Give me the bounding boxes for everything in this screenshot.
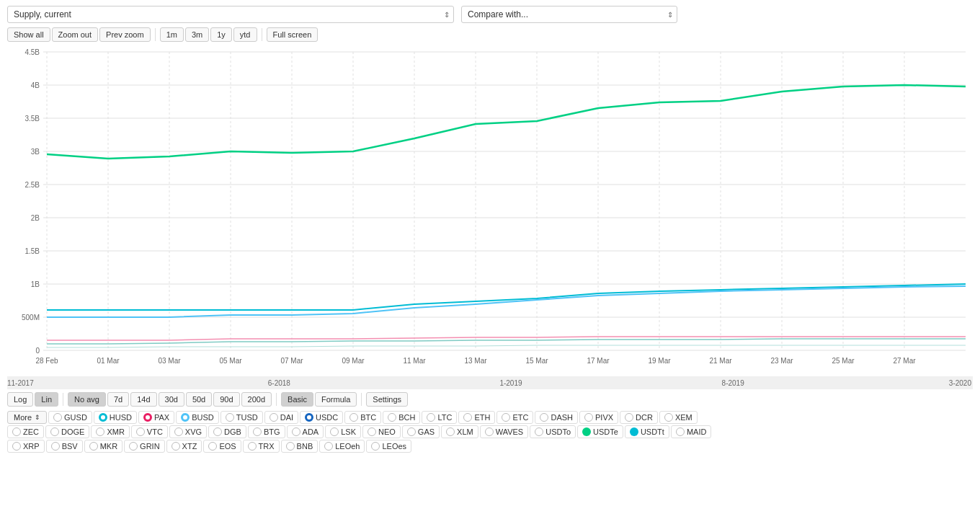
svg-text:1.5B: 1.5B xyxy=(24,247,40,255)
coin-item-LTC[interactable]: LTC xyxy=(422,411,457,424)
coin-item-XRP[interactable]: XRP xyxy=(7,440,45,453)
coin-item-DOGE[interactable]: DOGE xyxy=(45,425,89,438)
coin-label-MAID: MAID xyxy=(687,427,707,436)
coin-item-USDTt[interactable]: USDTt xyxy=(625,425,669,438)
more-button[interactable]: More⇕ xyxy=(7,411,47,424)
coin-item-PAX[interactable]: PAX xyxy=(138,411,174,424)
coin-item-GAS[interactable]: GAS xyxy=(402,425,440,438)
coin-item-HUSD[interactable]: HUSD xyxy=(94,411,137,424)
fullscreen-button[interactable]: Full screen xyxy=(267,27,318,42)
coin-item-EOS[interactable]: EOS xyxy=(203,440,241,453)
3m-button[interactable]: 3m xyxy=(185,27,209,42)
coin-item-XMR[interactable]: XMR xyxy=(91,425,129,438)
coin-item-BTG[interactable]: BTG xyxy=(248,425,285,438)
coin-radio-NEO xyxy=(368,427,376,436)
coin-radio-GUSD xyxy=(53,413,62,422)
90d-button[interactable]: 90d xyxy=(213,392,239,407)
coin-label-VTC: VTC xyxy=(147,427,163,436)
coin-item-XVG[interactable]: XVG xyxy=(169,425,207,438)
coin-radio-DGB xyxy=(213,427,222,436)
coin-item-USDC[interactable]: USDC xyxy=(300,411,343,424)
zoom-out-button[interactable]: Zoom out xyxy=(52,27,98,42)
coin-label-XRP: XRP xyxy=(23,442,40,451)
coin-item-USDTe[interactable]: USDTe xyxy=(577,425,623,438)
coin-item-VTC[interactable]: VTC xyxy=(131,425,168,438)
coin-radio-MAID xyxy=(676,427,685,436)
coin-label-GUSD: GUSD xyxy=(64,413,87,422)
coin-item-TRX[interactable]: TRX xyxy=(243,440,280,453)
lin-button[interactable]: Lin xyxy=(35,392,58,407)
svg-text:13 Mar: 13 Mar xyxy=(464,357,487,365)
coin-label-HUSD: HUSD xyxy=(110,413,132,422)
coin-item-MAID[interactable]: MAID xyxy=(671,425,712,438)
separator-avg xyxy=(276,393,277,406)
coin-item-XLM[interactable]: XLM xyxy=(441,425,478,438)
coin-item-PIVX[interactable]: PIVX xyxy=(579,411,618,424)
coin-item-ADA[interactable]: ADA xyxy=(287,425,324,438)
svg-text:09 Mar: 09 Mar xyxy=(342,357,365,365)
coin-radio-EOS xyxy=(208,442,217,451)
coin-item-LEOes[interactable]: LEOes xyxy=(366,440,411,453)
coin-item-LEOeh[interactable]: LEOeh xyxy=(319,440,365,453)
coin-item-DAI[interactable]: DAI xyxy=(264,411,298,424)
coin-item-BSV[interactable]: BSV xyxy=(46,440,83,453)
coin-item-DGB[interactable]: DGB xyxy=(208,425,246,438)
svg-text:19 Mar: 19 Mar xyxy=(648,357,671,365)
svg-text:21 Mar: 21 Mar xyxy=(709,357,732,365)
svg-text:11 Mar: 11 Mar xyxy=(403,357,426,365)
svg-text:07 Mar: 07 Mar xyxy=(280,357,303,365)
coin-radio-ETH xyxy=(463,413,472,422)
svg-text:1B: 1B xyxy=(31,280,40,288)
1m-button[interactable]: 1m xyxy=(160,27,184,42)
coin-label-LTC: LTC xyxy=(437,413,452,422)
200d-button[interactable]: 200d xyxy=(241,392,272,407)
coin-item-XEM[interactable]: XEM xyxy=(659,411,698,424)
formula-button[interactable]: Formula xyxy=(315,392,357,407)
coin-item-WAVES[interactable]: WAVES xyxy=(480,425,529,438)
ytd-button[interactable]: ytd xyxy=(233,27,257,42)
coin-row-0: More⇕GUSDHUSDPAXBUSDTUSDDAIUSDCBTCBCHLTC… xyxy=(7,411,973,424)
coin-item-ZEC[interactable]: ZEC xyxy=(7,425,44,438)
coin-item-DASH[interactable]: DASH xyxy=(535,411,578,424)
coin-item-MKR[interactable]: MKR xyxy=(84,440,122,453)
coin-item-BNB[interactable]: BNB xyxy=(281,440,318,453)
coin-radio-HUSD xyxy=(99,413,107,422)
coin-item-USDTo[interactable]: USDTo xyxy=(530,425,576,438)
coin-item-GUSD[interactable]: GUSD xyxy=(48,411,92,424)
coin-radio-USDTt xyxy=(630,427,638,436)
coin-item-ETC[interactable]: ETC xyxy=(496,411,533,424)
50d-button[interactable]: 50d xyxy=(186,392,212,407)
log-button[interactable]: Log xyxy=(7,392,33,407)
coin-radio-ADA xyxy=(292,427,300,436)
coin-item-XTZ[interactable]: XTZ xyxy=(166,440,202,453)
coin-item-GRIN[interactable]: GRIN xyxy=(124,440,165,453)
1y-button[interactable]: 1y xyxy=(210,27,232,42)
coin-item-LSK[interactable]: LSK xyxy=(325,425,361,438)
coin-item-BCH[interactable]: BCH xyxy=(383,411,420,424)
coin-item-NEO[interactable]: NEO xyxy=(362,425,401,438)
no-avg-button[interactable]: No avg xyxy=(68,392,106,407)
coin-label-LSK: LSK xyxy=(341,427,356,436)
svg-text:17 Mar: 17 Mar xyxy=(587,357,610,365)
basic-button[interactable]: Basic xyxy=(281,392,313,407)
supply-select-wrapper: Supply, current xyxy=(7,6,454,23)
coin-item-BTC[interactable]: BTC xyxy=(344,411,381,424)
coin-item-ETH[interactable]: ETH xyxy=(458,411,495,424)
coin-label-PIVX: PIVX xyxy=(595,413,613,422)
settings-button[interactable]: Settings xyxy=(366,392,408,407)
show-all-button[interactable]: Show all xyxy=(7,27,50,42)
coin-item-TUSD[interactable]: TUSD xyxy=(220,411,263,424)
coin-label-TRX: TRX xyxy=(259,442,275,451)
coin-item-BUSD[interactable]: BUSD xyxy=(176,411,219,424)
coin-item-DCR[interactable]: DCR xyxy=(620,411,658,424)
prev-zoom-button[interactable]: Prev zoom xyxy=(99,27,151,42)
30d-button[interactable]: 30d xyxy=(159,392,184,407)
compare-select[interactable]: Compare with... xyxy=(461,6,677,23)
coin-label-NEO: NEO xyxy=(378,427,396,436)
svg-text:4B: 4B xyxy=(31,81,40,89)
more-label: More xyxy=(14,413,32,422)
coin-radio-BTC xyxy=(349,413,358,422)
14d-button[interactable]: 14d xyxy=(130,392,156,407)
7d-button[interactable]: 7d xyxy=(107,392,129,407)
supply-select[interactable]: Supply, current xyxy=(7,6,454,23)
